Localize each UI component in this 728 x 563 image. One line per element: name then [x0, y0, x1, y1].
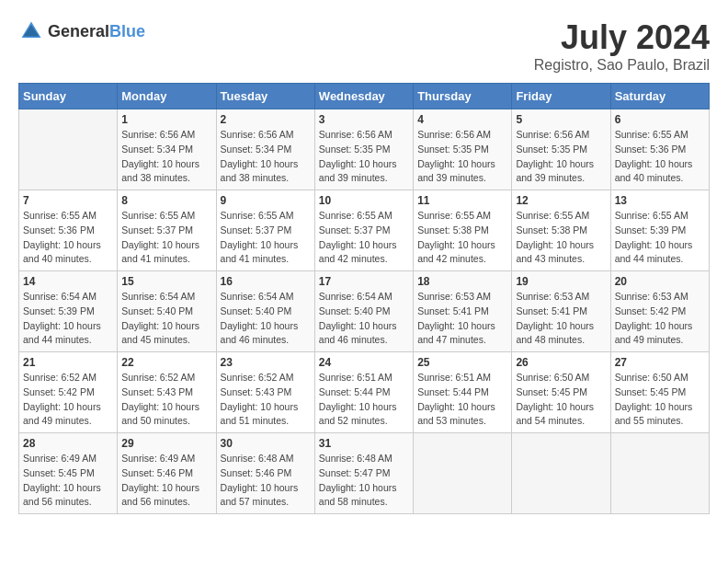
calendar-cell: 11Sunrise: 6:55 AMSunset: 5:38 PMDayligh…	[414, 190, 512, 271]
day-number: 31	[319, 437, 409, 450]
day-info: Sunrise: 6:55 AMSunset: 5:38 PMDaylight:…	[516, 209, 606, 267]
calendar-week-4: 21Sunrise: 6:52 AMSunset: 5:42 PMDayligh…	[19, 352, 710, 433]
header-day-sunday: Sunday	[19, 84, 118, 109]
calendar-cell: 31Sunrise: 6:48 AMSunset: 5:47 PMDayligh…	[314, 433, 413, 514]
calendar-table: SundayMondayTuesdayWednesdayThursdayFrid…	[18, 83, 710, 514]
calendar-cell: 6Sunrise: 6:55 AMSunset: 5:36 PMDaylight…	[610, 109, 709, 190]
day-info: Sunrise: 6:54 AMSunset: 5:40 PMDaylight:…	[319, 290, 409, 348]
day-number: 13	[615, 194, 705, 207]
day-number: 25	[417, 356, 507, 369]
day-number: 23	[221, 356, 311, 369]
day-info: Sunrise: 6:55 AMSunset: 5:36 PMDaylight:…	[23, 209, 113, 267]
day-number: 2	[221, 113, 311, 126]
day-info: Sunrise: 6:50 AMSunset: 5:45 PMDaylight:…	[516, 371, 606, 429]
day-number: 24	[319, 356, 409, 369]
month-year-title: July 2024	[534, 18, 710, 57]
header-day-monday: Monday	[118, 84, 216, 109]
calendar-cell: 9Sunrise: 6:55 AMSunset: 5:37 PMDaylight…	[216, 190, 314, 271]
day-number: 28	[23, 437, 113, 450]
day-info: Sunrise: 6:49 AMSunset: 5:45 PMDaylight:…	[23, 452, 113, 510]
calendar-cell: 15Sunrise: 6:54 AMSunset: 5:40 PMDayligh…	[118, 271, 216, 352]
calendar-cell	[512, 433, 610, 514]
day-info: Sunrise: 6:52 AMSunset: 5:42 PMDaylight:…	[23, 371, 113, 429]
day-number: 30	[221, 437, 311, 450]
day-info: Sunrise: 6:48 AMSunset: 5:47 PMDaylight:…	[319, 452, 409, 510]
day-info: Sunrise: 6:54 AMSunset: 5:39 PMDaylight:…	[23, 290, 113, 348]
calendar-cell	[610, 433, 709, 514]
calendar-body: 1Sunrise: 6:56 AMSunset: 5:34 PMDaylight…	[19, 109, 710, 514]
day-number: 4	[417, 113, 507, 126]
calendar-week-3: 14Sunrise: 6:54 AMSunset: 5:39 PMDayligh…	[19, 271, 710, 352]
day-info: Sunrise: 6:55 AMSunset: 5:37 PMDaylight:…	[319, 209, 409, 267]
calendar-cell: 25Sunrise: 6:51 AMSunset: 5:44 PMDayligh…	[414, 352, 512, 433]
title-section: July 2024 Registro, Sao Paulo, Brazil	[534, 18, 710, 74]
header-day-tuesday: Tuesday	[216, 84, 314, 109]
day-number: 12	[516, 194, 606, 207]
day-info: Sunrise: 6:50 AMSunset: 5:45 PMDaylight:…	[615, 371, 705, 429]
day-info: Sunrise: 6:56 AMSunset: 5:35 PMDaylight:…	[516, 128, 606, 186]
day-info: Sunrise: 6:56 AMSunset: 5:35 PMDaylight:…	[417, 128, 507, 186]
day-info: Sunrise: 6:53 AMSunset: 5:42 PMDaylight:…	[615, 290, 705, 348]
day-info: Sunrise: 6:55 AMSunset: 5:37 PMDaylight:…	[221, 209, 311, 267]
calendar-cell: 12Sunrise: 6:55 AMSunset: 5:38 PMDayligh…	[512, 190, 610, 271]
day-info: Sunrise: 6:55 AMSunset: 5:36 PMDaylight:…	[615, 128, 705, 186]
day-info: Sunrise: 6:53 AMSunset: 5:41 PMDaylight:…	[417, 290, 507, 348]
day-number: 19	[516, 275, 606, 288]
day-number: 18	[417, 275, 507, 288]
calendar-cell: 28Sunrise: 6:49 AMSunset: 5:45 PMDayligh…	[19, 433, 118, 514]
day-info: Sunrise: 6:56 AMSunset: 5:35 PMDaylight:…	[319, 128, 409, 186]
header-row: SundayMondayTuesdayWednesdayThursdayFrid…	[19, 84, 710, 109]
day-number: 6	[615, 113, 705, 126]
calendar-week-1: 1Sunrise: 6:56 AMSunset: 5:34 PMDaylight…	[19, 109, 710, 190]
logo: GeneralBlue	[18, 18, 145, 44]
day-number: 9	[221, 194, 311, 207]
calendar-week-5: 28Sunrise: 6:49 AMSunset: 5:45 PMDayligh…	[19, 433, 710, 514]
calendar-cell: 26Sunrise: 6:50 AMSunset: 5:45 PMDayligh…	[512, 352, 610, 433]
calendar-header: SundayMondayTuesdayWednesdayThursdayFrid…	[19, 84, 710, 109]
logo-text-blue: Blue	[109, 22, 145, 40]
day-number: 15	[121, 275, 211, 288]
calendar-cell	[19, 109, 118, 190]
calendar-cell: 16Sunrise: 6:54 AMSunset: 5:40 PMDayligh…	[216, 271, 314, 352]
day-number: 22	[121, 356, 211, 369]
calendar-cell: 2Sunrise: 6:56 AMSunset: 5:34 PMDaylight…	[216, 109, 314, 190]
calendar-cell: 29Sunrise: 6:49 AMSunset: 5:46 PMDayligh…	[118, 433, 216, 514]
day-info: Sunrise: 6:56 AMSunset: 5:34 PMDaylight:…	[121, 128, 211, 186]
day-info: Sunrise: 6:51 AMSunset: 5:44 PMDaylight:…	[319, 371, 409, 429]
calendar-cell: 5Sunrise: 6:56 AMSunset: 5:35 PMDaylight…	[512, 109, 610, 190]
day-info: Sunrise: 6:48 AMSunset: 5:46 PMDaylight:…	[221, 452, 311, 510]
day-number: 17	[319, 275, 409, 288]
header-day-thursday: Thursday	[414, 84, 512, 109]
day-info: Sunrise: 6:49 AMSunset: 5:46 PMDaylight:…	[121, 452, 211, 510]
calendar-cell: 24Sunrise: 6:51 AMSunset: 5:44 PMDayligh…	[314, 352, 413, 433]
calendar-cell: 1Sunrise: 6:56 AMSunset: 5:34 PMDaylight…	[118, 109, 216, 190]
header-day-friday: Friday	[512, 84, 610, 109]
day-number: 26	[516, 356, 606, 369]
header-day-wednesday: Wednesday	[314, 84, 413, 109]
day-info: Sunrise: 6:52 AMSunset: 5:43 PMDaylight:…	[221, 371, 311, 429]
calendar-cell: 30Sunrise: 6:48 AMSunset: 5:46 PMDayligh…	[216, 433, 314, 514]
calendar-cell: 20Sunrise: 6:53 AMSunset: 5:42 PMDayligh…	[610, 271, 709, 352]
logo-text-general: General	[48, 22, 109, 40]
day-info: Sunrise: 6:55 AMSunset: 5:38 PMDaylight:…	[417, 209, 507, 267]
calendar-cell: 8Sunrise: 6:55 AMSunset: 5:37 PMDaylight…	[118, 190, 216, 271]
calendar-cell: 23Sunrise: 6:52 AMSunset: 5:43 PMDayligh…	[216, 352, 314, 433]
day-info: Sunrise: 6:53 AMSunset: 5:41 PMDaylight:…	[516, 290, 606, 348]
calendar-cell: 7Sunrise: 6:55 AMSunset: 5:36 PMDaylight…	[19, 190, 118, 271]
calendar-cell: 14Sunrise: 6:54 AMSunset: 5:39 PMDayligh…	[19, 271, 118, 352]
day-number: 7	[23, 194, 113, 207]
calendar-cell: 22Sunrise: 6:52 AMSunset: 5:43 PMDayligh…	[118, 352, 216, 433]
day-number: 10	[319, 194, 409, 207]
calendar-cell: 18Sunrise: 6:53 AMSunset: 5:41 PMDayligh…	[414, 271, 512, 352]
day-info: Sunrise: 6:55 AMSunset: 5:37 PMDaylight:…	[121, 209, 211, 267]
day-info: Sunrise: 6:55 AMSunset: 5:39 PMDaylight:…	[615, 209, 705, 267]
calendar-cell	[414, 433, 512, 514]
calendar-week-2: 7Sunrise: 6:55 AMSunset: 5:36 PMDaylight…	[19, 190, 710, 271]
day-number: 14	[23, 275, 113, 288]
day-number: 3	[319, 113, 409, 126]
day-info: Sunrise: 6:51 AMSunset: 5:44 PMDaylight:…	[417, 371, 507, 429]
day-info: Sunrise: 6:54 AMSunset: 5:40 PMDaylight:…	[221, 290, 311, 348]
calendar-cell: 10Sunrise: 6:55 AMSunset: 5:37 PMDayligh…	[314, 190, 413, 271]
day-info: Sunrise: 6:54 AMSunset: 5:40 PMDaylight:…	[121, 290, 211, 348]
calendar-cell: 13Sunrise: 6:55 AMSunset: 5:39 PMDayligh…	[610, 190, 709, 271]
